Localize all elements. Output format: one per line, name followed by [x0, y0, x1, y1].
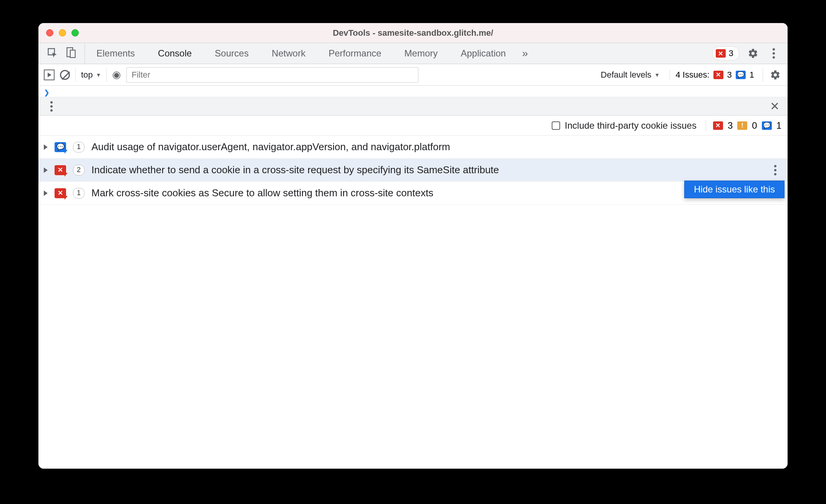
- issues-toolbar: Include third-party cookie issues ✕ 3 ! …: [38, 116, 788, 136]
- disclosure-icon[interactable]: [44, 191, 48, 196]
- svg-point-8: [50, 109, 53, 111]
- issues-list: 💬 1 Audit usage of navigator.userAgent, …: [38, 136, 788, 469]
- context-selector[interactable]: top ▼: [81, 70, 101, 80]
- issue-count-pill: 2: [73, 165, 85, 176]
- svg-point-6: [50, 101, 53, 103]
- issue-text: Indicate whether to send a cookie in a c…: [91, 164, 499, 176]
- issue-row[interactable]: 💬 1 Audit usage of navigator.userAgent, …: [38, 136, 788, 159]
- third-party-toggle[interactable]: Include third-party cookie issues: [552, 120, 697, 131]
- close-window-button[interactable]: [46, 29, 53, 36]
- error-issue-icon: ✕: [55, 188, 66, 198]
- issue-text: Mark cross-site cookies as Secure to all…: [91, 187, 433, 199]
- chevron-down-icon: ▼: [655, 72, 660, 78]
- console-toolbar: top ▼ ◉ Default levels ▼ 4 Issues: ✕ 3 💬…: [38, 64, 788, 86]
- settings-button[interactable]: [746, 46, 760, 60]
- warning-icon: !: [737, 121, 747, 130]
- issues-error-count: 3: [727, 70, 732, 80]
- close-drawer-button[interactable]: ✕: [768, 99, 781, 113]
- chevron-down-icon: ▼: [96, 72, 101, 78]
- context-value: top: [81, 70, 93, 80]
- issues-count-group: ✕ 3 ! 0 💬 1: [706, 120, 781, 131]
- toggle-sidebar-icon[interactable]: [44, 70, 55, 80]
- hide-issues-menu-item[interactable]: Hide issues like this: [694, 184, 775, 195]
- window-controls: [38, 29, 79, 36]
- svg-point-5: [773, 56, 775, 58]
- tab-memory[interactable]: Memory: [393, 43, 449, 64]
- issues-info-count: 1: [750, 70, 754, 80]
- separator: [106, 68, 107, 81]
- error-count: 3: [728, 120, 733, 131]
- tabs-overflow-button[interactable]: »: [517, 43, 533, 64]
- separator: [763, 68, 763, 81]
- error-icon: ✕: [713, 121, 723, 130]
- checkbox-icon[interactable]: [552, 121, 560, 130]
- tabbar-right: ✕ 3: [705, 43, 788, 64]
- issue-row[interactable]: ✕ 2 Indicate whether to send a cookie in…: [38, 159, 788, 182]
- filter-input[interactable]: [126, 67, 418, 83]
- zoom-window-button[interactable]: [71, 29, 79, 36]
- svg-point-7: [50, 105, 53, 107]
- svg-rect-2: [70, 50, 75, 58]
- drawer-menu-button[interactable]: [45, 99, 58, 113]
- disclosure-icon[interactable]: [44, 144, 48, 150]
- issues-summary[interactable]: 4 Issues: ✕ 3 💬 1: [670, 70, 757, 80]
- error-count: 3: [729, 48, 733, 58]
- error-icon: ✕: [713, 71, 723, 79]
- tab-sources[interactable]: Sources: [203, 43, 260, 64]
- issue-count-pill: 1: [73, 188, 85, 199]
- disclosure-icon[interactable]: [44, 167, 48, 173]
- svg-point-3: [773, 48, 775, 50]
- info-count: 1: [776, 120, 781, 131]
- svg-point-10: [774, 169, 776, 171]
- panel-tabs: Elements Console Sources Network Perform…: [85, 43, 705, 64]
- error-count-pill[interactable]: ✕ 3: [712, 46, 739, 60]
- console-prompt[interactable]: ❯: [38, 86, 788, 97]
- levels-label: Default levels: [601, 70, 652, 80]
- info-issue-icon: 💬: [55, 142, 66, 152]
- issue-row[interactable]: ✕ 1 Mark cross-site cookies as Secure to…: [38, 182, 788, 205]
- inspect-element-icon[interactable]: [47, 47, 58, 60]
- tab-elements[interactable]: Elements: [85, 43, 146, 64]
- gear-icon: [770, 70, 781, 80]
- log-levels-selector[interactable]: Default levels ▼: [601, 70, 660, 80]
- clear-console-icon[interactable]: [60, 70, 70, 80]
- error-icon: ✕: [716, 49, 726, 58]
- issues-label: 4 Issues:: [675, 70, 709, 80]
- svg-point-11: [774, 173, 776, 175]
- context-menu: Hide issues like this: [684, 181, 785, 198]
- svg-point-9: [774, 165, 776, 167]
- kebab-icon: [772, 48, 775, 59]
- device-toggle-icon[interactable]: [66, 47, 76, 60]
- minimize-window-button[interactable]: [59, 29, 66, 36]
- issue-menu-button[interactable]: [768, 163, 782, 177]
- devtools-window: DevTools - samesite-sandbox.glitch.me/ E…: [38, 23, 788, 469]
- close-icon: ✕: [770, 99, 780, 113]
- info-icon: 💬: [736, 71, 746, 79]
- info-icon: 💬: [762, 121, 772, 130]
- svg-point-4: [773, 52, 775, 55]
- third-party-label: Include third-party cookie issues: [565, 120, 697, 131]
- kebab-icon: [774, 165, 777, 176]
- tab-application[interactable]: Application: [449, 43, 517, 64]
- drawer-header: ✕: [38, 97, 788, 116]
- main-tabbar: Elements Console Sources Network Perform…: [38, 43, 788, 64]
- window-title: DevTools - samesite-sandbox.glitch.me/: [38, 28, 788, 38]
- issue-text: Audit usage of navigator.userAgent, navi…: [91, 141, 450, 153]
- tab-network[interactable]: Network: [260, 43, 317, 64]
- titlebar: DevTools - samesite-sandbox.glitch.me/: [38, 23, 788, 43]
- separator: [75, 68, 76, 81]
- gear-icon: [748, 48, 758, 59]
- issue-count-pill: 1: [73, 142, 85, 153]
- tab-console[interactable]: Console: [146, 43, 203, 64]
- warn-count: 0: [752, 120, 757, 131]
- console-settings-button[interactable]: [768, 68, 782, 82]
- kebab-icon: [50, 101, 53, 112]
- main-menu-button[interactable]: [767, 46, 781, 60]
- live-expression-icon[interactable]: ◉: [112, 69, 121, 81]
- inspect-tools: [38, 43, 85, 64]
- error-issue-icon: ✕: [55, 165, 66, 175]
- tab-performance[interactable]: Performance: [317, 43, 393, 64]
